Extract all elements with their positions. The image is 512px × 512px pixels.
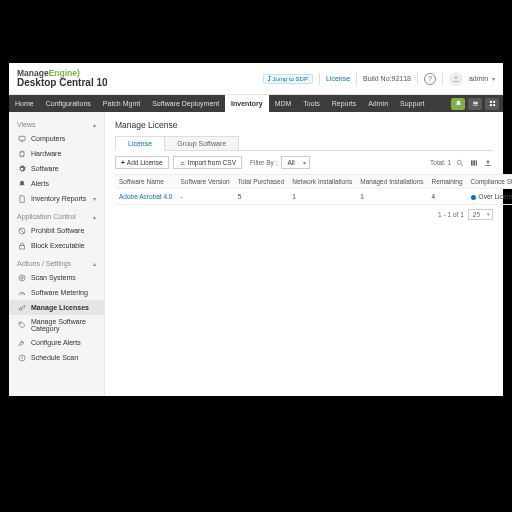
user-menu[interactable]: admin ▾	[469, 75, 495, 82]
sidebar-item-prohibit-software[interactable]: Prohibit Software	[9, 223, 104, 238]
monitor-icon	[17, 134, 26, 143]
key-icon	[17, 303, 26, 312]
export-icon[interactable]	[483, 158, 493, 168]
col-remaining[interactable]: Remaining	[428, 175, 467, 189]
cell-status: Over Licensed	[467, 189, 512, 205]
svg-rect-7	[20, 152, 24, 156]
svg-line-13	[19, 228, 24, 233]
nav-notify-icon[interactable]	[451, 98, 465, 110]
sidebar-item-software[interactable]: Software	[9, 161, 104, 176]
col-software-version[interactable]: Software Version	[177, 175, 234, 189]
doc-icon	[17, 194, 26, 203]
svg-rect-14	[19, 245, 24, 248]
nav-tab-inventory[interactable]: Inventory	[225, 95, 269, 112]
pager: 1 - 1 of 1 25	[115, 205, 493, 224]
nav-tab-software-deployment[interactable]: Software Deployment	[146, 95, 225, 112]
nav-grid-icon[interactable]	[485, 98, 499, 110]
nav-settings-icon[interactable]	[468, 98, 482, 110]
sidebar-item-manage-software-category[interactable]: Manage Software Category	[9, 315, 104, 335]
col-software-name[interactable]: Software Name	[115, 175, 177, 189]
chip-icon	[17, 149, 26, 158]
sidebar-item-label: Software Metering	[31, 289, 88, 296]
nav-tab-reports[interactable]: Reports	[326, 95, 363, 112]
svg-point-15	[19, 275, 25, 281]
sidebar-item-inventory-reports[interactable]: Inventory Reports▾	[9, 191, 104, 206]
nav-tab-mdm[interactable]: MDM	[269, 95, 298, 112]
nav-tab-support[interactable]: Support	[394, 95, 431, 112]
sidebar-item-hardware[interactable]: Hardware	[9, 146, 104, 161]
wrench-icon	[17, 338, 26, 347]
avatar[interactable]	[449, 72, 463, 86]
filter-label: Filter By :	[250, 159, 277, 166]
top-right: ⤴ Jump to SDP License Build No:92118 ? a…	[263, 72, 495, 86]
svg-rect-24	[473, 160, 475, 165]
svg-rect-4	[493, 104, 495, 106]
license-table: Software NameSoftware VersionTotal Purch…	[115, 174, 512, 205]
cell-purchased: 5	[234, 189, 289, 205]
page-title: Manage License	[115, 120, 493, 130]
sidebar-item-block-executable[interactable]: Block Executable	[9, 238, 104, 253]
tab-group-software[interactable]: Group Software	[165, 136, 239, 151]
sidebar-item-schedule-scan[interactable]: Schedule Scan	[9, 350, 104, 365]
svg-rect-1	[489, 101, 491, 103]
svg-rect-2	[493, 101, 495, 103]
sidebar-item-label: Prohibit Software	[31, 227, 84, 234]
cell-remaining: 4	[428, 189, 467, 205]
toolbar: +Add License Import from CSV Filter By :…	[115, 151, 493, 174]
meter-icon	[17, 288, 26, 297]
svg-rect-25	[476, 160, 477, 165]
cell-version: -	[177, 189, 234, 205]
col-network-installations[interactable]: Network Installations	[288, 175, 356, 189]
sidebar-item-label: Inventory Reports	[31, 195, 86, 202]
total-count: Total: 1	[430, 159, 451, 166]
nav-tab-patch-mgmt[interactable]: Patch Mgmt	[97, 95, 146, 112]
content: Manage License LicenseGroup Software +Ad…	[105, 112, 503, 396]
col-compliance-status[interactable]: Compliance Status	[467, 175, 512, 189]
nav-tab-home[interactable]: Home	[9, 95, 40, 112]
main-nav: HomeConfigurationsPatch MgmtSoftware Dep…	[9, 95, 503, 112]
import-csv-button[interactable]: Import from CSV	[173, 156, 242, 169]
software-name-link[interactable]: Adobe Acrobat 4.0	[115, 189, 177, 205]
nav-tab-configurations[interactable]: Configurations	[40, 95, 97, 112]
svg-rect-3	[489, 104, 491, 106]
col-total-purchased[interactable]: Total Purchased	[234, 175, 289, 189]
nav-tab-admin[interactable]: Admin	[362, 95, 394, 112]
build-number: Build No:92118	[363, 75, 411, 82]
help-icon[interactable]: ?	[424, 73, 436, 85]
sidebar-item-software-metering[interactable]: Software Metering	[9, 285, 104, 300]
svg-point-0	[455, 76, 458, 79]
sidebar-item-label: Manage Software Category	[31, 318, 96, 332]
sidebar-item-label: Schedule Scan	[31, 354, 78, 361]
sidebar-item-scan-systems[interactable]: Scan Systems	[9, 270, 104, 285]
search-icon[interactable]	[455, 158, 465, 168]
sidebar-item-computers[interactable]: Computers	[9, 131, 104, 146]
sidebar-item-configure-alerts[interactable]: Configure Alerts	[9, 335, 104, 350]
add-license-button[interactable]: +Add License	[115, 156, 169, 169]
svg-line-17	[22, 293, 23, 295]
sidebar-group-actions-settings[interactable]: Actions / Settings▴	[9, 257, 104, 270]
nav-tab-tools[interactable]: Tools	[297, 95, 325, 112]
gear-icon	[17, 164, 26, 173]
col-managed-installations[interactable]: Managed Installations	[356, 175, 427, 189]
sidebar-item-label: Configure Alerts	[31, 339, 81, 346]
sidebar-group-views[interactable]: Views▴	[9, 118, 104, 131]
sidebar-group-application-control[interactable]: Application Control▴	[9, 210, 104, 223]
clock-icon	[17, 353, 26, 362]
svg-rect-5	[19, 136, 25, 140]
tab-license[interactable]: License	[115, 136, 165, 151]
sidebar-item-label: Block Executable	[31, 242, 85, 249]
sidebar-item-manage-licenses[interactable]: Manage Licenses	[9, 300, 104, 315]
jump-sdp-link[interactable]: ⤴ Jump to SDP	[263, 74, 313, 84]
filter-select[interactable]: All	[281, 156, 309, 169]
product-name: Desktop Central 10	[17, 77, 108, 88]
sidebar-item-alerts[interactable]: Alerts	[9, 176, 104, 191]
sidebar-item-label: Alerts	[31, 180, 49, 187]
page-size-select[interactable]: 25	[468, 209, 493, 220]
table-row: Adobe Acrobat 4.0-5114Over Licensed	[115, 189, 512, 205]
radar-icon	[17, 273, 26, 282]
svg-point-19	[20, 323, 21, 324]
svg-point-18	[19, 307, 22, 310]
sidebar-item-label: Hardware	[31, 150, 61, 157]
columns-icon[interactable]	[469, 158, 479, 168]
license-link[interactable]: License	[326, 75, 350, 82]
